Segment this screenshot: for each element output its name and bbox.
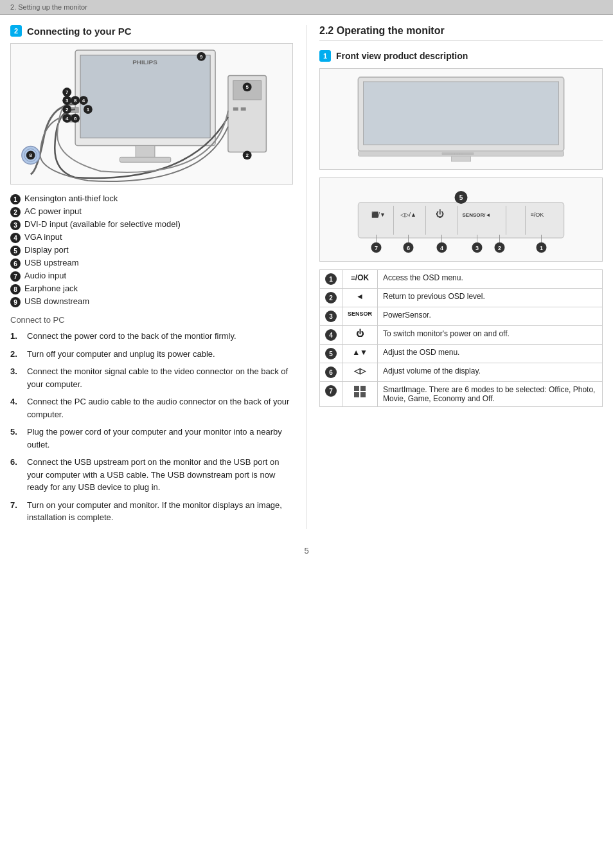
step-text-3: Connect the monitor signal cable to the …	[27, 365, 293, 390]
svg-rect-10	[233, 107, 238, 111]
svg-rect-11	[241, 107, 246, 111]
feature-icon-5: ▲▼	[342, 345, 378, 363]
features-table: 1 ≡/OK Access the OSD menu. 2 ◄ Return t…	[319, 269, 603, 407]
feature-icon-1: ≡/OK	[342, 270, 378, 289]
connection-svg: PHILIPS	[11, 44, 292, 184]
feature-desc-6: Adjust volume of the display.	[378, 363, 603, 382]
part-label-5: Display port	[24, 245, 69, 255]
step-num-5: 5.	[10, 426, 22, 451]
svg-text:2: 2	[66, 107, 69, 113]
svg-text:SENSOR/◄: SENSOR/◄	[463, 212, 491, 218]
svg-text:3: 3	[475, 245, 479, 251]
step-text-6: Connect the USB upstream port on the mon…	[27, 456, 293, 494]
step-text-5: Plug the power cord of your computer and…	[27, 426, 293, 451]
step-num-4: 4.	[10, 395, 22, 420]
page-number: 5	[304, 546, 308, 556]
svg-rect-75	[354, 386, 359, 391]
feature-num-6: 6	[320, 363, 342, 382]
svg-text:⬛/▼: ⬛/▼	[371, 211, 386, 219]
part-label-9: USB downstream	[24, 296, 89, 306]
feature-icon-2: ◄	[342, 289, 378, 307]
svg-text:8: 8	[30, 152, 33, 158]
svg-text:4: 4	[440, 245, 443, 251]
controls-diagram: 5 ⬛/▼ ◁▷/▲ ⏻ SENSOR/◄ ≡/OK	[319, 177, 603, 262]
step-num-2: 2.	[10, 348, 22, 361]
svg-text:8: 8	[74, 98, 77, 104]
svg-text:3: 3	[66, 98, 69, 104]
right-column: 2.2 Operating the monitor 1 Front view p…	[306, 25, 603, 529]
step-5: 5. Plug the power cord of your computer …	[10, 426, 293, 451]
feature-num-5: 5	[320, 345, 342, 363]
feature-desc-2: Return to previous OSD level.	[378, 289, 603, 307]
svg-text:5: 5	[245, 84, 249, 90]
feature-desc-5: Adjust the OSD menu.	[378, 345, 603, 363]
svg-text:9: 9	[200, 54, 203, 60]
svg-rect-44	[359, 203, 564, 238]
svg-text:· · · · ·: · · · · ·	[452, 152, 463, 156]
part-item-1: 1 Kensington anti-thief lock	[10, 194, 293, 204]
svg-text:7: 7	[375, 245, 378, 251]
part-label-3: DVI-D input (available for selective mod…	[24, 219, 181, 229]
feature-row-2: 2 ◄ Return to previous OSD level.	[320, 289, 603, 307]
front-view-section-title: 1 Front view product description	[319, 50, 603, 62]
svg-text:⏻: ⏻	[436, 209, 444, 219]
step-2: 2. Turn off your computer and unplug its…	[10, 348, 293, 361]
feature-num-4: 4	[320, 326, 342, 345]
feature-row-6: 6 ◁▷ Adjust volume of the display.	[320, 363, 603, 382]
step-1: 1. Connect the power cord to the back of…	[10, 330, 293, 343]
controls-svg: 5 ⬛/▼ ◁▷/▲ ⏻ SENSOR/◄ ≡/OK	[325, 183, 597, 254]
feature-num-2: 2	[320, 289, 342, 307]
part-item-5: 5 Display port	[10, 245, 293, 256]
feature-icon-6: ◁▷	[342, 363, 378, 382]
steps-list: 1. Connect the power cord to the back of…	[10, 330, 293, 524]
step-6: 6. Connect the USB upstream port on the …	[10, 456, 293, 494]
feature-row-4: 4 ⏻ To switch monitor's power on and off…	[320, 326, 603, 345]
step-num-1: 1.	[10, 330, 22, 343]
part-label-8: Earphone jack	[24, 284, 78, 293]
part-num-7: 7	[10, 271, 21, 282]
part-num-5: 5	[10, 246, 21, 256]
svg-text:5: 5	[459, 194, 463, 201]
header-text: 2. Setting up the monitor	[10, 3, 87, 11]
feature-icon-4: ⏻	[342, 326, 378, 345]
part-num-1: 1	[10, 194, 21, 204]
part-item-4: 4 VGA input	[10, 232, 293, 243]
left-column: 2 Connecting to your PC PHILIPS	[10, 25, 306, 529]
step-4: 4. Connect the PC audio cable to the aud…	[10, 395, 293, 420]
svg-rect-39	[364, 82, 559, 145]
step-num-7: 7.	[10, 499, 22, 524]
part-num-6: 6	[10, 258, 21, 269]
connecting-title: Connecting to your PC	[27, 26, 132, 37]
feature-row-7: 7 SmartImage. There are 6 modes to be se…	[320, 382, 603, 407]
parts-list: 1 Kensington anti-thief lock 2 AC power …	[10, 194, 293, 307]
part-num-8: 8	[10, 284, 21, 294]
svg-text:1: 1	[87, 107, 90, 113]
feature-icon-3: SENSOR	[342, 307, 378, 326]
step-text-7: Turn on your computer and monitor. If th…	[27, 499, 293, 524]
part-label-6: USB upstream	[24, 258, 79, 267]
feature-num-1: 1	[320, 270, 342, 289]
part-num-3: 3	[10, 220, 21, 230]
part-label-7: Audio input	[24, 271, 66, 280]
feature-desc-7: SmartImage. There are 6 modes to be sele…	[378, 382, 603, 407]
svg-text:4: 4	[82, 98, 85, 104]
monitor-front-diagram: · · · · ·	[319, 68, 603, 170]
step-num-6: 6.	[10, 456, 22, 494]
part-label-2: AC power input	[24, 206, 82, 216]
step-7: 7. Turn on your computer and monitor. If…	[10, 499, 293, 524]
svg-rect-76	[360, 386, 366, 391]
part-num-9: 9	[10, 297, 21, 307]
svg-rect-77	[354, 392, 359, 397]
feature-num-3: 3	[320, 307, 342, 326]
page-header: 2. Setting up the monitor	[0, 0, 613, 15]
feature-row-3: 3 SENSOR PowerSensor.	[320, 307, 603, 326]
svg-text:1: 1	[540, 245, 543, 251]
svg-rect-4	[120, 157, 170, 162]
part-item-8: 8 Earphone jack	[10, 284, 293, 294]
monitor-screen-svg: · · · · ·	[325, 74, 597, 164]
svg-rect-43	[452, 156, 471, 161]
part-item-2: 2 AC power input	[10, 206, 293, 217]
feature-row-1: 1 ≡/OK Access the OSD menu.	[320, 270, 603, 289]
part-item-6: 6 USB upstream	[10, 258, 293, 269]
connect-to-pc-title: Connect to PC	[10, 315, 293, 325]
